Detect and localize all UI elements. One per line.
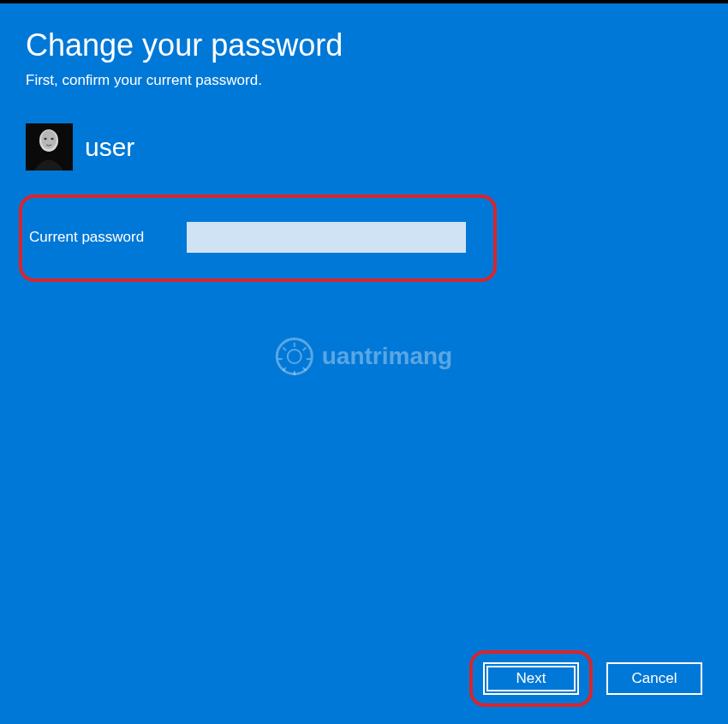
username-label: user xyxy=(85,133,134,162)
watermark: uantrimang xyxy=(276,338,452,375)
page-subtitle: First, confirm your current password. xyxy=(26,72,702,89)
avatar xyxy=(26,123,73,171)
password-field-highlight: Current password xyxy=(19,194,497,282)
lightbulb-icon xyxy=(276,338,313,375)
watermark-text: uantrimang xyxy=(322,343,452,370)
user-info: user xyxy=(26,123,702,171)
svg-point-2 xyxy=(41,130,57,149)
avatar-icon xyxy=(26,123,73,171)
next-button[interactable]: Next xyxy=(483,662,579,695)
dialog-buttons: Next Cancel xyxy=(469,650,702,707)
page-title: Change your password xyxy=(26,27,702,63)
cancel-button[interactable]: Cancel xyxy=(606,662,702,695)
current-password-label: Current password xyxy=(22,229,187,246)
svg-point-4 xyxy=(51,138,53,140)
current-password-input[interactable] xyxy=(187,222,466,253)
main-content: Change your password First, confirm your… xyxy=(0,3,728,282)
svg-point-3 xyxy=(44,138,46,140)
next-button-highlight: Next xyxy=(469,650,593,707)
